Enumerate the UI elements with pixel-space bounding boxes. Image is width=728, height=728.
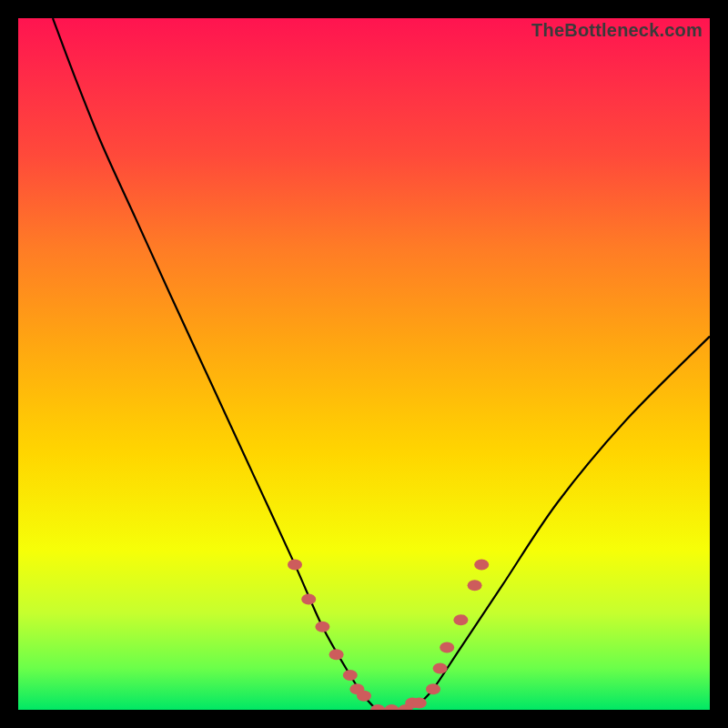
marker-point [468,580,482,591]
marker-point [433,662,448,673]
chart-svg [18,18,710,710]
chart-frame: TheBottleneck.com [0,0,728,728]
marker-point [440,642,454,653]
marker-point [315,622,329,632]
marker-point [329,649,344,660]
marker-point [474,559,489,570]
marker-point [412,697,427,708]
marker-point [453,614,468,625]
marker-point [288,559,302,570]
marker-group [288,559,489,710]
marker-point [426,683,440,694]
marker-point [384,704,399,710]
plot-area: TheBottleneck.com [18,18,710,710]
bottleneck-curve [53,18,710,710]
marker-point [343,670,358,681]
marker-point [301,593,316,604]
marker-point [357,691,371,702]
